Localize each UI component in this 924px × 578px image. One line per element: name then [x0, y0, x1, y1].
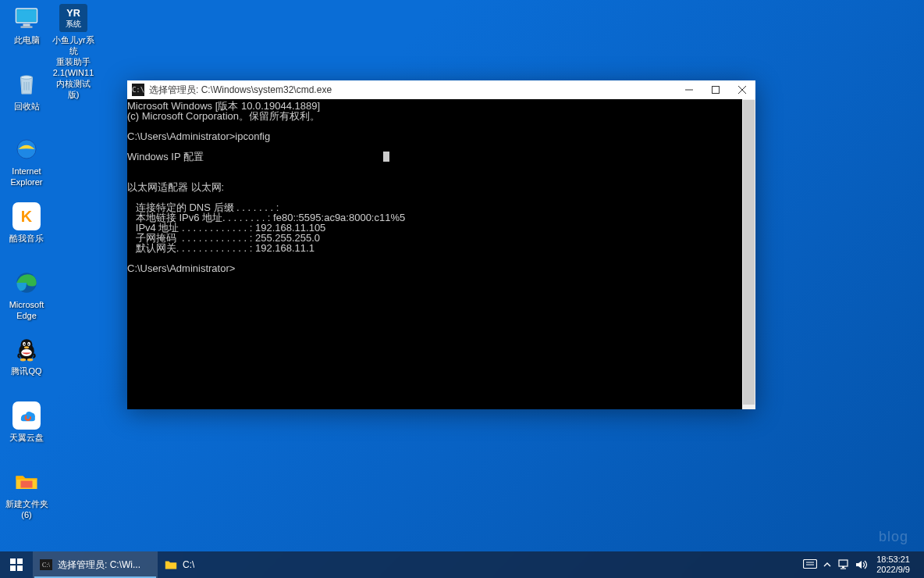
- recycle-bin-icon: [12, 70, 41, 99]
- cmd-titlebar[interactable]: C:\ 选择管理员: C:\Windows\system32\cmd.exe: [127, 80, 755, 99]
- svg-rect-3: [21, 27, 33, 28]
- close-button[interactable]: [729, 80, 755, 99]
- maximize-button[interactable]: [702, 80, 729, 99]
- start-button[interactable]: [0, 551, 33, 578]
- taskbar-item-explorer[interactable]: C:\: [158, 551, 251, 578]
- desktop-icon-label: Internet Explorer: [11, 166, 43, 187]
- svg-rect-32: [10, 566, 16, 571]
- desktop-icon-label: 回收站: [14, 101, 40, 112]
- tray-time: 18:53:21: [876, 555, 910, 565]
- taskbar-item-label: 选择管理员: C:\Wi...: [58, 558, 140, 572]
- tray-clock[interactable]: 18:53:21 2022/9/9: [870, 555, 916, 575]
- tray-network-icon[interactable]: [836, 551, 853, 578]
- svg-rect-33: [17, 566, 23, 571]
- desktop-icon-label: 酷我音乐: [9, 233, 44, 244]
- tray-keyboard-icon[interactable]: [801, 551, 819, 578]
- desktop-icon-qq[interactable]: 腾讯QQ: [4, 334, 49, 376]
- tray-volume-icon[interactable]: [853, 551, 870, 578]
- desktop-icon-label: 小鱼儿yr系统 重装助手 2.1(WIN11 内核测试版): [51, 34, 96, 100]
- cloud-icon: [12, 401, 41, 430]
- svg-point-17: [23, 344, 25, 345]
- svg-point-7: [21, 76, 33, 80]
- tray-date: 2022/9/9: [876, 565, 910, 575]
- svg-point-18: [28, 344, 30, 345]
- desktop-icon-new-folder[interactable]: 新建文件夹 (6): [4, 467, 49, 520]
- svg-point-21: [20, 359, 27, 362]
- tray-chevron-up-icon[interactable]: [819, 551, 836, 578]
- svg-rect-2: [23, 24, 30, 27]
- edge-icon: [12, 268, 41, 298]
- desktop-icon-label: 天翼云盘: [9, 432, 44, 443]
- desktop-icon-label: 此电脑: [14, 34, 40, 45]
- svg-text:K: K: [21, 208, 33, 225]
- svg-rect-1: [17, 10, 36, 22]
- windows-icon: [10, 558, 23, 571]
- desktop-icon-ie[interactable]: Internet Explorer: [4, 134, 49, 187]
- system-tray: 18:53:21 2022/9/9: [801, 551, 924, 578]
- folder-icon: [164, 558, 178, 572]
- svg-rect-37: [839, 560, 848, 566]
- svg-rect-25: [21, 481, 33, 488]
- desktop-icon-yr-tool[interactable]: YR系统 小鱼儿yr系统 重装助手 2.1(WIN11 内核测试版): [51, 3, 96, 100]
- svg-rect-30: [10, 558, 16, 564]
- minimize-button[interactable]: [676, 80, 702, 99]
- text-cursor: [383, 152, 389, 162]
- svg-rect-31: [17, 558, 23, 564]
- svg-point-22: [27, 359, 34, 362]
- scrollbar-thumb[interactable]: [743, 100, 755, 405]
- svg-rect-27: [713, 87, 720, 94]
- taskbar: C:\ 选择管理员: C:\Wi... C:\ 18:53:21 2022/9/…: [0, 551, 924, 578]
- cmd-title-text: 选择管理员: C:\Windows\system32\cmd.exe: [149, 84, 676, 97]
- taskbar-item-cmd[interactable]: C:\ 选择管理员: C:\Wi...: [33, 551, 158, 578]
- desktop-icon-edge[interactable]: Microsoft Edge: [4, 268, 49, 321]
- desktop-icon-label: Microsoft Edge: [9, 299, 44, 321]
- cmd-icon: C:\: [132, 84, 144, 96]
- yr-icon: YR系统: [59, 3, 88, 33]
- desktop-icon-kuwo[interactable]: K 酷我音乐: [4, 202, 49, 244]
- folder-icon: [12, 467, 41, 497]
- desktop-icon-tianyi[interactable]: 天翼云盘: [4, 401, 49, 443]
- cmd-icon: C:\: [39, 558, 53, 572]
- qq-icon: [12, 334, 41, 364]
- kuwo-icon: K: [12, 202, 41, 231]
- svg-text:系统: 系统: [66, 20, 81, 28]
- svg-text:YR: YR: [66, 8, 80, 19]
- svg-rect-38: [842, 566, 844, 568]
- desktop-icon-recycle-bin[interactable]: 回收站: [4, 70, 49, 112]
- svg-rect-34: [804, 560, 817, 569]
- monitor-icon: [12, 3, 41, 33]
- desktop-icon-label: 新建文件夹 (6): [5, 498, 48, 520]
- desktop-icon-label: 腾讯QQ: [11, 366, 41, 376]
- cmd-window: C:\ 选择管理员: C:\Windows\system32\cmd.exe M…: [127, 80, 755, 409]
- cmd-output[interactable]: Microsoft Windows [版本 10.0.19044.1889] (…: [127, 99, 742, 409]
- taskbar-item-label: C:\: [183, 559, 194, 570]
- ie-icon: [12, 134, 41, 164]
- desktop-icon-this-pc[interactable]: 此电脑: [4, 3, 49, 45]
- svg-point-19: [24, 346, 29, 348]
- cmd-scrollbar[interactable]: [742, 99, 755, 409]
